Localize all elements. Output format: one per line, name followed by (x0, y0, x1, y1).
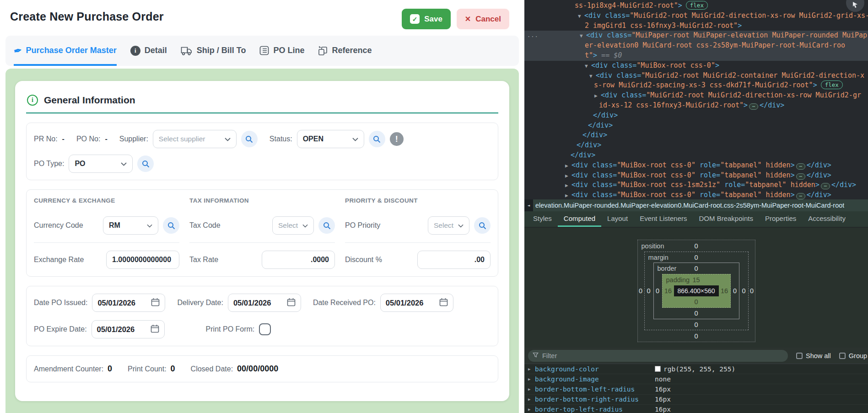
tab-computed[interactable]: Computed (558, 211, 601, 227)
box-model-padding[interactable]: padding15 16 866.400×560 16 0 (662, 274, 731, 308)
po-type-select[interactable]: PO (69, 155, 133, 173)
expand-ellipsis-icon[interactable]: ⋯ (821, 183, 830, 189)
code-segment: </div> (582, 131, 607, 139)
code-line[interactable]: ▶<div class="MuiBox-root css-0" role="ta… (524, 190, 868, 199)
code-line[interactable]: ▶<div class="MuiBox-root css-0" role="ta… (524, 171, 868, 181)
po-expire-date-input[interactable]: 05/01/2026 (92, 320, 165, 338)
code-segment: "tabpanel" (745, 181, 786, 189)
computed-property-row[interactable]: border-bottom-right-radius16px (524, 395, 868, 405)
code-segment[interactable]: ▼ (585, 61, 591, 71)
filter-input[interactable]: Filter (528, 350, 788, 362)
box-model-margin[interactable]: margin0 0 border0 0 padding15 (644, 252, 749, 330)
code-line[interactable]: </div> (524, 130, 868, 140)
code-segment[interactable]: ▶ (565, 161, 571, 171)
elements-tree[interactable]: ss-1pi8xg4-MuiGrid2-root">flex▼<div clas… (524, 0, 868, 199)
date-received-po-input[interactable]: 05/01/2026 (380, 294, 453, 312)
code-line[interactable]: ▼<div class="MuiGrid2-root MuiGrid2-cont… (524, 71, 868, 81)
code-line[interactable]: ▶<div class="MuiGrid2-root MuiGrid2-dire… (524, 91, 868, 101)
code-segment[interactable]: ▼ (578, 11, 584, 21)
tab-layout[interactable]: Layout (601, 211, 634, 227)
flex-badge[interactable]: flex (821, 80, 843, 89)
date-po-issued-input[interactable]: 05/01/2026 (92, 294, 165, 312)
code-line[interactable]: </div> (524, 111, 868, 121)
computed-property-row[interactable]: background-colorrgb(255, 255, 255) (524, 364, 868, 374)
code-line[interactable]: ss-1pi8xg4-MuiGrid2-root">flex (524, 1, 868, 11)
tab-properties[interactable]: Properties (759, 211, 802, 227)
code-line[interactable]: er-elevation0 MuiCard-root css-2s58ym-Mu… (524, 41, 868, 51)
tab-ship-bill-to[interactable]: Ship / Bill To (181, 36, 246, 66)
box-model-border[interactable]: border0 0 padding15 16 866.400×560 16 (653, 263, 739, 319)
calendar-icon[interactable] (287, 298, 296, 308)
property-name: background-image (535, 375, 655, 383)
delivery-date-input[interactable]: 05/01/2026 (228, 294, 301, 312)
gutter-ellipsis-icon[interactable]: ... (527, 31, 539, 41)
flex-badge[interactable]: flex (686, 1, 708, 10)
code-line[interactable]: ▶<div class="MuiBox-root css-0" role="ta… (524, 161, 868, 171)
code-segment[interactable]: ▼ (580, 31, 586, 41)
code-line[interactable]: s-row MuiGrid2-spacing-xs-3 css-dkd71f-M… (524, 80, 868, 91)
breadcrumb-bar: ◄ elevation.MuiPaper-rounded.MuiPaper-el… (524, 199, 868, 211)
tax-code-placeholder: Select (278, 221, 298, 230)
expand-ellipsis-icon[interactable]: ⋯ (796, 193, 805, 199)
code-line[interactable]: </div> (524, 140, 868, 150)
expand-ellipsis-icon[interactable]: ⋯ (796, 173, 805, 180)
code-segment[interactable]: ▶ (565, 191, 571, 199)
breadcrumb-back-button[interactable]: ◄ (524, 199, 533, 211)
currency-code-select[interactable]: RM (103, 216, 158, 235)
expand-ellipsis-icon[interactable]: ⋯ (749, 103, 758, 110)
tab-dom-breakpoints[interactable]: DOM Breakpoints (693, 211, 759, 227)
currency-search-button[interactable] (163, 217, 179, 234)
code-line[interactable]: ▶<div class="MuiBox-root css-1sm2s1z" ro… (524, 180, 868, 190)
code-segment[interactable]: ▶ (565, 171, 571, 181)
supplier-select[interactable]: Select supplier (153, 130, 237, 148)
status-search-button[interactable] (369, 131, 385, 147)
tab-po-line[interactable]: PO Line (259, 36, 304, 66)
general-information-card: i General Information PR No: - PO No: - … (15, 81, 509, 401)
print-po-form-checkbox[interactable] (259, 323, 271, 335)
calendar-icon[interactable] (439, 298, 448, 308)
tab-purchase-order-master[interactable]: ✒ Purchase Order Master (14, 36, 117, 66)
code-line[interactable]: </div> (524, 150, 868, 161)
discount-input[interactable]: .00 (417, 251, 491, 269)
show-all-checkbox[interactable]: Show all (796, 352, 831, 359)
box-model-content[interactable]: 866.400×560 (674, 285, 719, 296)
po-priority-select[interactable]: Select (428, 216, 469, 235)
status-select[interactable]: OPEN (297, 130, 364, 148)
tab-reference[interactable]: Reference (318, 36, 372, 66)
breadcrumb[interactable]: elevation.MuiPaper-rounded.MuiPaper-elev… (533, 202, 844, 209)
tab-styles[interactable]: Styles (527, 211, 558, 227)
tab-detail[interactable]: i Detail (130, 36, 167, 66)
code-line[interactable]: ▼<div class="MuiBox-root css-0"> (524, 61, 868, 71)
code-line[interactable]: ...▼<div class="MuiPaper-root MuiPaper-e… (524, 31, 868, 41)
code-segment: 2 imgGird1 css-16fnxy3-MuiGrid2-root" (585, 21, 738, 30)
code-line[interactable]: ▼<div class="MuiGrid2-root MuiGrid2-dire… (524, 11, 868, 21)
tax-rate-input[interactable]: .0000 (262, 251, 335, 269)
computed-property-row[interactable]: border-bottom-left-radius16px (524, 384, 868, 394)
po-priority-search-button[interactable] (474, 217, 491, 234)
exchange-rate-input[interactable]: 1.0000000000000 (106, 251, 179, 269)
expand-ellipsis-icon[interactable]: ⋯ (796, 163, 805, 170)
code-line[interactable]: </div> (524, 121, 868, 131)
print-count-value: 0 (171, 364, 175, 374)
computed-property-row[interactable]: background-imagenone (524, 374, 868, 384)
tax-code-select[interactable]: Select (272, 216, 314, 235)
code-segment[interactable]: ▼ (589, 71, 596, 81)
supplier-search-button[interactable] (241, 131, 258, 147)
code-line[interactable]: id-xs-12 css-16fnxy3-MuiGrid2-root">⋯</d… (524, 101, 868, 111)
tax-code-search-button[interactable] (318, 217, 335, 234)
calendar-icon[interactable] (151, 298, 160, 308)
code-segment[interactable]: ▶ (594, 91, 601, 101)
cancel-button[interactable]: ✕ Cancel (457, 9, 509, 29)
code-line[interactable]: 2 imgGird1 css-16fnxy3-MuiGrid2-root"> (524, 21, 868, 31)
computed-property-row[interactable]: border-top-left-radius16px (524, 405, 868, 413)
save-button[interactable]: ✓ Save (402, 9, 451, 29)
tab-event-listeners[interactable]: Event Listeners (634, 211, 693, 227)
code-segment[interactable]: ▶ (565, 181, 571, 191)
group-checkbox[interactable]: Group (839, 352, 867, 359)
tab-accessibility[interactable]: Accessibility (802, 211, 852, 227)
code-line[interactable]: t"> == $0 (524, 51, 868, 61)
box-model-position[interactable]: position0 0 margin0 0 border0 0 (637, 240, 755, 342)
calendar-icon[interactable] (151, 324, 159, 335)
po-type-search-button[interactable] (137, 156, 154, 172)
code-segment: class= (588, 171, 617, 179)
